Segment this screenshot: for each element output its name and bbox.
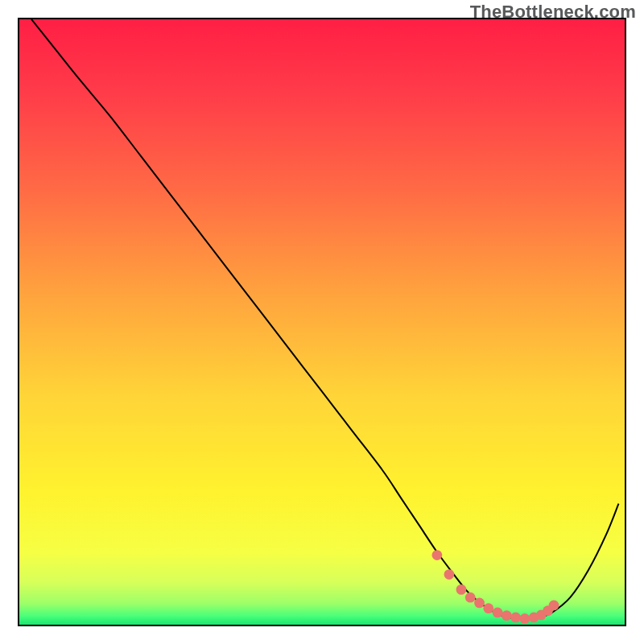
chart-curve-layer (19, 19, 625, 625)
optimal-marker (493, 608, 503, 618)
optimal-marker (549, 601, 559, 611)
optimal-marker (444, 569, 455, 580)
watermark-text: TheBottleneck.com (470, 2, 636, 23)
optimal-marker (483, 603, 493, 613)
optimal-marker (474, 598, 485, 609)
optimal-marker (465, 592, 476, 603)
optimal-marker (502, 610, 512, 621)
optimal-range-markers (431, 550, 559, 624)
optimal-marker (456, 584, 467, 595)
optimal-marker (510, 613, 521, 623)
bottleneck-curve-line (31, 19, 618, 619)
optimal-marker (431, 550, 442, 560)
chart-plot-area (18, 18, 626, 626)
optimal-marker (520, 613, 530, 624)
